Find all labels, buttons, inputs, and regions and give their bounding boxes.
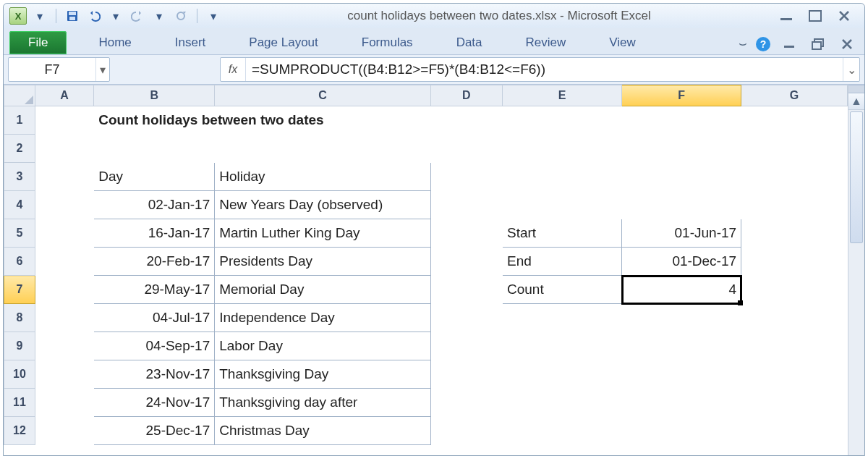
tab-page-layout[interactable]: Page Layout <box>233 31 333 54</box>
cell-C4[interactable]: New Years Day (observed) <box>215 191 431 219</box>
vertical-scrollbar[interactable]: ▲ <box>848 85 864 455</box>
cell-B7[interactable]: 29-May-17 <box>94 276 215 304</box>
row-header-5[interactable]: 5 <box>4 219 35 248</box>
tab-data[interactable]: Data <box>441 31 498 54</box>
cell-A3[interactable] <box>35 163 93 191</box>
redo-icon[interactable] <box>129 8 146 24</box>
cell-B11[interactable]: 24-Nov-17 <box>94 389 215 417</box>
workbook-minimize-button[interactable] <box>779 37 799 51</box>
cell-F1[interactable] <box>622 106 741 135</box>
workbook-restore-button[interactable] <box>808 37 828 51</box>
cell-D7[interactable] <box>430 276 502 304</box>
cell-G7[interactable] <box>741 276 848 304</box>
scroll-up-icon[interactable]: ▲ <box>848 93 864 110</box>
cell-B9[interactable]: 04-Sep-17 <box>94 332 215 360</box>
cell-A5[interactable] <box>35 219 93 248</box>
name-box[interactable]: F7 <box>9 61 95 79</box>
spreadsheet-grid[interactable]: A B C D E F G 1 Count holidays between t… <box>4 85 848 445</box>
cell-C3[interactable]: Holiday <box>215 163 431 191</box>
tab-review[interactable]: Review <box>510 31 582 54</box>
cell-F7[interactable]: 4 <box>622 276 741 304</box>
row-header-4[interactable]: 4 <box>4 191 35 219</box>
row-header-7[interactable]: 7 <box>4 276 35 304</box>
cell-F6[interactable]: 01-Dec-17 <box>622 248 741 276</box>
cell-E1[interactable] <box>503 106 622 135</box>
cell-C11[interactable]: Thanksgiving day after <box>215 389 431 417</box>
cell-B1-title[interactable]: Count holidays between two dates <box>94 106 503 135</box>
name-box-dropdown-icon[interactable]: ▾ <box>95 58 109 81</box>
cell-G6[interactable] <box>741 248 848 276</box>
cell-F5[interactable]: 01-Jun-17 <box>622 219 741 248</box>
cell-row12-rest[interactable] <box>430 417 847 445</box>
cell-B12[interactable]: 25-Dec-17 <box>94 417 215 445</box>
cell-B4[interactable]: 02-Jan-17 <box>94 191 215 219</box>
cell-row2[interactable] <box>35 135 847 163</box>
cell-E6[interactable]: End <box>503 248 622 276</box>
col-header-A[interactable]: A <box>35 85 93 106</box>
scroll-thumb[interactable] <box>850 111 863 243</box>
tab-insert[interactable]: Insert <box>159 31 222 54</box>
row-header-6[interactable]: 6 <box>4 248 35 276</box>
cell-F4[interactable] <box>622 191 741 219</box>
row-header-1[interactable]: 1 <box>4 106 35 135</box>
cell-row10-rest[interactable] <box>430 360 847 389</box>
cell-E5[interactable]: Start <box>503 219 622 248</box>
cell-C9[interactable]: Labor Day <box>215 332 431 360</box>
formula-input[interactable]: =SUMPRODUCT((B4:B12>=F5)*(B4:B12<=F6)) <box>246 60 843 79</box>
formula-expand-icon[interactable]: ⌄ <box>843 58 859 81</box>
col-header-D[interactable]: D <box>430 85 502 106</box>
cell-A10[interactable] <box>35 360 93 389</box>
cell-G4[interactable] <box>741 191 848 219</box>
cell-A11[interactable] <box>35 389 93 417</box>
ribbon-minimize-icon[interactable]: ⌣ <box>739 36 747 51</box>
cell-D6[interactable] <box>430 248 502 276</box>
save-icon[interactable] <box>64 8 81 24</box>
undo-icon[interactable] <box>85 8 103 24</box>
col-header-B[interactable]: B <box>94 85 215 106</box>
cell-D5[interactable] <box>430 219 502 248</box>
cell-G3[interactable] <box>741 163 848 191</box>
cell-A8[interactable] <box>35 304 93 332</box>
repeat-icon[interactable] <box>172 8 190 24</box>
cell-C8[interactable]: Independence Day <box>215 304 431 332</box>
cell-C6[interactable]: Presidents Day <box>215 248 431 276</box>
row-header-10[interactable]: 10 <box>4 360 35 389</box>
cell-B3[interactable]: Day <box>94 163 215 191</box>
help-icon[interactable]: ? <box>756 37 770 51</box>
row-header-8[interactable]: 8 <box>4 304 35 332</box>
col-header-C[interactable]: C <box>215 85 431 106</box>
cell-G1[interactable] <box>741 106 848 135</box>
cell-B8[interactable]: 04-Jul-17 <box>94 304 215 332</box>
cell-G5[interactable] <box>741 219 848 248</box>
row-header-2[interactable]: 2 <box>4 135 35 163</box>
fx-icon[interactable]: fx <box>221 58 246 81</box>
cell-E4[interactable] <box>503 191 622 219</box>
cell-B5[interactable]: 16-Jan-17 <box>94 219 215 248</box>
select-all-corner[interactable] <box>4 85 35 106</box>
minimize-button[interactable] <box>776 9 796 23</box>
cell-row11-rest[interactable] <box>430 389 847 417</box>
row-header-11[interactable]: 11 <box>4 389 35 417</box>
file-tab[interactable]: File <box>9 31 67 54</box>
cell-B6[interactable]: 20-Feb-17 <box>94 248 215 276</box>
cell-C12[interactable]: Christmas Day <box>215 417 431 445</box>
cell-A6[interactable] <box>35 248 93 276</box>
tab-view[interactable]: View <box>593 31 652 54</box>
cell-C5[interactable]: Martin Luther King Day <box>215 219 431 248</box>
cell-E3[interactable] <box>503 163 622 191</box>
app-menu-dropdown-icon[interactable]: ▾ <box>31 8 48 24</box>
row-header-3[interactable]: 3 <box>4 163 35 191</box>
cell-A1[interactable] <box>35 106 93 135</box>
cell-A7[interactable] <box>35 276 93 304</box>
cell-C7[interactable]: Memorial Day <box>215 276 431 304</box>
cell-C10[interactable]: Thanksgiving Day <box>215 360 431 389</box>
workbook-close-button[interactable] <box>837 37 857 51</box>
cell-D3[interactable] <box>430 163 502 191</box>
redo-dropdown-icon[interactable]: ▾ <box>150 8 168 24</box>
row-header-9[interactable]: 9 <box>4 332 35 360</box>
excel-app-icon[interactable]: X <box>9 7 27 25</box>
scroll-track[interactable] <box>848 110 864 455</box>
split-handle-top[interactable] <box>848 85 864 93</box>
cell-E7[interactable]: Count <box>503 276 622 304</box>
col-header-E[interactable]: E <box>503 85 622 106</box>
